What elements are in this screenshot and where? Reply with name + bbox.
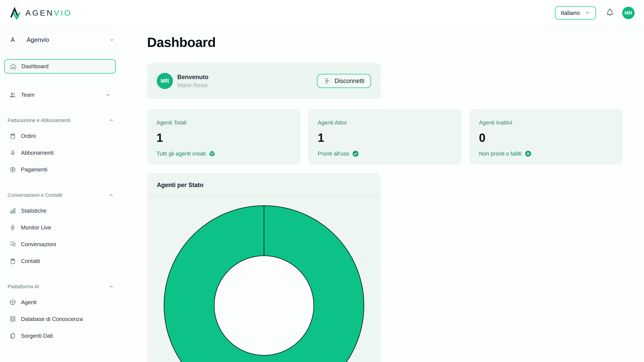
logout-icon bbox=[324, 77, 331, 85]
orders-box-icon bbox=[9, 133, 16, 140]
stat-value: 0 bbox=[479, 132, 613, 144]
chevron-up-icon bbox=[108, 284, 114, 290]
agenvio-logo: AGENVIO bbox=[10, 6, 72, 19]
flame-icon bbox=[9, 149, 16, 156]
section-label: Piattaforma AI bbox=[8, 284, 39, 290]
org-switcher[interactable]: A Agenvio bbox=[8, 34, 115, 46]
welcome-card: MR Benvenuto Mario Rossi Disconnetti bbox=[147, 63, 381, 99]
sidebar-item-label: Ordini bbox=[21, 133, 36, 139]
sidebar-item-label: Contatti bbox=[21, 258, 40, 264]
chevron-down-icon bbox=[585, 10, 590, 16]
logout-button[interactable]: Disconnetti bbox=[317, 74, 371, 88]
chevron-down-icon bbox=[105, 92, 111, 98]
language-selector[interactable]: Italiano bbox=[555, 6, 596, 19]
sidebar-item-ordini[interactable]: Ordini bbox=[4, 129, 116, 143]
sidebar-item-label: Conversazioni bbox=[21, 241, 56, 248]
sidebar-item-label: Pagamenti bbox=[21, 166, 48, 173]
section-label: Conversazioni e Contatti bbox=[8, 192, 62, 198]
sidebar-item-pagamenti[interactable]: Pagamenti bbox=[4, 162, 116, 177]
stat-subtitle-row: Pronti all'uso bbox=[318, 150, 452, 157]
stat-subtitle: Pronti all'uso bbox=[318, 150, 349, 157]
app-root: AGENVIO Italiano MR A Agenvio Dashboard … bbox=[0, 0, 644, 362]
sidebar-item-team[interactable]: Team bbox=[4, 88, 116, 102]
sidebar-item-contatti[interactable]: Contatti bbox=[4, 254, 116, 268]
sidebar-section-fatturazione[interactable]: Fatturazione e Abbonamenti bbox=[8, 117, 114, 123]
chart-title: Agenti per Stato bbox=[157, 182, 371, 189]
sidebar-item-sorgenti-dati[interactable]: Sorgenti Dati bbox=[4, 329, 116, 343]
stat-card-agenti-attivi: Agenti Attivi 1 Pronti all'uso bbox=[308, 109, 461, 164]
logout-button-label: Disconnetti bbox=[334, 77, 364, 84]
top-bar: AGENVIO Italiano MR bbox=[0, 0, 644, 26]
documents-icon bbox=[9, 332, 16, 339]
sidebar-item-label: Dashboard bbox=[22, 63, 48, 69]
sidebar-item-label: Monitor Live bbox=[21, 224, 51, 231]
sidebar-item-label: Database di Conoscenza bbox=[21, 316, 83, 322]
stat-subtitle-row: Tutti gli agenti creati bbox=[156, 150, 291, 157]
stat-title: Agenti Inattivi bbox=[479, 119, 613, 126]
lightning-icon bbox=[9, 224, 16, 231]
sidebar-section-conversazioni[interactable]: Conversazioni e Contatti bbox=[8, 192, 114, 198]
sidebar-section-piattaforma-ai[interactable]: Piattaforma AI bbox=[8, 284, 114, 290]
stat-title: Agenti Attivi bbox=[318, 119, 452, 126]
sidebar-item-label: Statistiche bbox=[21, 208, 46, 214]
bar-chart-icon bbox=[9, 207, 16, 214]
cube-icon bbox=[9, 299, 16, 306]
main-content: Dashboard MR Benvenuto Mario Rossi Disco… bbox=[147, 26, 644, 362]
sidebar-item-dashboard[interactable]: Dashboard bbox=[4, 59, 116, 73]
home-icon bbox=[10, 63, 17, 70]
stat-value: 1 bbox=[318, 132, 452, 144]
sidebar-section-items: Agenti Database di Conoscenza Sorgenti D… bbox=[4, 295, 116, 343]
donut-chart bbox=[163, 205, 364, 362]
sidebar-section-items: Statistiche Monitor Live Conversazioni C… bbox=[4, 204, 116, 268]
sidebar-item-statistiche[interactable]: Statistiche bbox=[4, 204, 116, 218]
chevron-up-icon bbox=[108, 192, 114, 198]
logo-text-dark: AGEN bbox=[26, 8, 54, 17]
database-icon bbox=[9, 316, 16, 323]
sidebar-item-label: Sorgenti Dati bbox=[21, 333, 53, 339]
user-avatar[interactable]: MR bbox=[622, 7, 634, 19]
language-selector-value: Italiano bbox=[561, 9, 580, 16]
sidebar-item-database-conoscenza[interactable]: Database di Conoscenza bbox=[4, 312, 116, 326]
avatar: MR bbox=[157, 73, 173, 89]
contacts-box-icon bbox=[9, 258, 16, 265]
welcome-texts: Benvenuto Mario Rossi bbox=[177, 73, 208, 88]
welcome-greeting: Benvenuto bbox=[177, 73, 208, 81]
sidebar-item-monitor-live[interactable]: Monitor Live bbox=[4, 220, 116, 235]
stat-title: Agenti Totali bbox=[156, 119, 291, 126]
sidebar-item-label: Team bbox=[21, 92, 34, 98]
stat-subtitle: Non pronti o falliti bbox=[479, 150, 522, 157]
sidebar-section-items: Ordini Abbonamenti Pagamenti bbox=[4, 129, 116, 177]
sidebar-item-agenti[interactable]: Agenti bbox=[4, 295, 116, 310]
donut-chart-svg bbox=[163, 205, 364, 362]
bell-icon[interactable] bbox=[606, 8, 614, 17]
stat-value: 1 bbox=[156, 132, 291, 144]
chart-header: Agenti per Stato bbox=[147, 173, 381, 196]
agenvio-chevrons-icon bbox=[10, 6, 22, 19]
top-bar-actions: Italiano MR bbox=[555, 6, 634, 19]
logo-text-green: VIO bbox=[54, 8, 72, 17]
stat-card-agenti-inattivi: Agenti Inattivi 0 Non pronti o falliti bbox=[470, 109, 623, 164]
chevron-up-icon bbox=[108, 117, 114, 123]
page-title: Dashboard bbox=[147, 35, 644, 50]
dollar-circle-icon bbox=[9, 166, 16, 173]
chart-card-agenti-per-stato: Agenti per Stato bbox=[147, 173, 381, 362]
cube-filled-icon bbox=[208, 150, 216, 157]
stat-subtitle-row: Non pronti o falliti bbox=[479, 150, 613, 157]
users-icon bbox=[9, 91, 16, 98]
stat-subtitle: Tutti gli agenti creati bbox=[156, 150, 206, 157]
welcome-user-name: Mario Rossi bbox=[177, 82, 208, 88]
org-name: Agenvio bbox=[27, 36, 49, 43]
x-circle-icon bbox=[524, 150, 532, 157]
sidebar-item-abbonamenti[interactable]: Abbonamenti bbox=[4, 146, 116, 160]
stat-card-agenti-totali: Agenti Totali 1 Tutti gli agenti creati bbox=[147, 109, 300, 164]
section-label: Fatturazione e Abbonamenti bbox=[8, 117, 70, 123]
chat-bubbles-icon bbox=[9, 241, 16, 248]
org-badge: A bbox=[8, 34, 18, 46]
sidebar-item-conversazioni[interactable]: Conversazioni bbox=[4, 237, 116, 252]
sidebar-item-label: Abbonamenti bbox=[21, 150, 54, 156]
logo-wordmark: AGENVIO bbox=[26, 8, 72, 17]
chevron-down-icon bbox=[109, 37, 115, 43]
sidebar: A Agenvio Dashboard Team Fatturazione e … bbox=[0, 26, 119, 362]
stats-row: Agenti Totali 1 Tutti gli agenti creati … bbox=[147, 109, 623, 164]
check-circle-icon bbox=[352, 150, 359, 157]
